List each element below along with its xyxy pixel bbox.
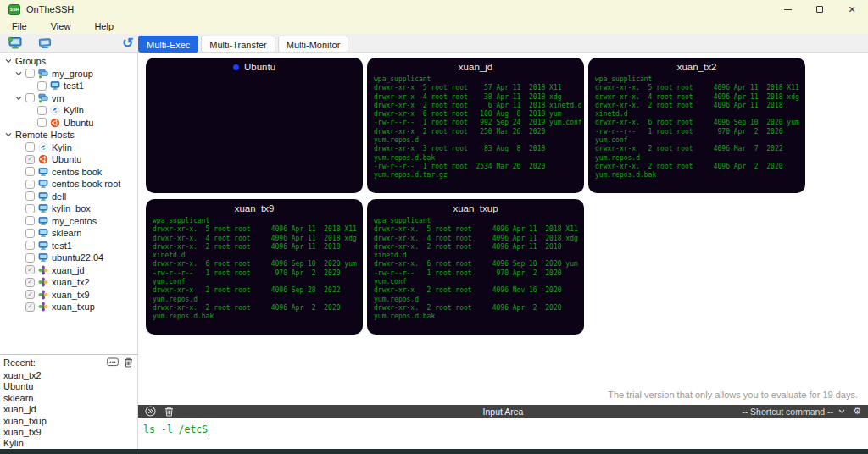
tab-multi-transfer[interactable]: Multi-Transfer	[201, 36, 275, 53]
host-checkbox[interactable]	[37, 81, 47, 91]
tree-item-vm[interactable]: vm	[0, 92, 137, 105]
tree-item-groups[interactable]: Groups	[0, 55, 137, 68]
terminal-line: drwxr-xr-x. 2 root root 4096 Apr 11 2018	[595, 102, 798, 110]
tree-item-xuan-tx2[interactable]: ✓xuan_tx2	[0, 276, 137, 289]
host-checkbox[interactable]	[25, 191, 35, 201]
recent-item-ubuntu[interactable]: Ubuntu	[3, 381, 138, 392]
terminal-line: drwxr-xr-x 2 root root 4096 Nov 16 2020	[374, 286, 577, 295]
host-checkbox[interactable]	[25, 93, 35, 102]
host-checkbox[interactable]	[25, 69, 35, 78]
main-area: Ubuntuxuan_jdwpa_supplicantdrwxr-xr-x 5 …	[138, 53, 868, 405]
close-button[interactable]: ✕	[836, 0, 868, 19]
tree-item-my-centos[interactable]: my_centos	[0, 215, 137, 228]
tree-item-my-group[interactable]: my_group	[0, 68, 137, 80]
recent-item-sklearn[interactable]: sklearn	[3, 393, 138, 404]
terminal-line: drwxr-xr-x. 5 root root 4096 Apr 11 2018…	[374, 225, 577, 234]
host-icon	[38, 203, 48, 213]
host-checkbox[interactable]	[25, 216, 35, 225]
host-checkbox[interactable]	[25, 204, 35, 213]
tree-item-label: Remote Hosts	[15, 130, 75, 140]
send-command-icon[interactable]	[145, 406, 156, 417]
host-checkbox[interactable]	[37, 106, 47, 115]
host-checkbox[interactable]: ✓	[25, 302, 35, 312]
tree-item-label: Ubuntu	[52, 154, 81, 164]
host-checkbox[interactable]: ✓	[25, 278, 35, 287]
recent-title: Recent:	[3, 357, 102, 368]
minimize-button[interactable]	[771, 0, 804, 19]
tab-multi-monitor[interactable]: Multi-Monitor	[278, 36, 349, 53]
tree-item-centos-book[interactable]: centos book	[0, 166, 137, 179]
host-icon	[38, 179, 48, 189]
tree-item-kylin[interactable]: Kylin	[0, 141, 137, 154]
host-checkbox[interactable]: ✓	[25, 265, 35, 274]
terminal-panel-xuan-jd[interactable]: xuan_jdwpa_supplicantdrwxr-xr-x 5 root r…	[367, 58, 584, 193]
close-icon: ✕	[848, 4, 855, 15]
clear-recent-icon[interactable]	[124, 357, 133, 368]
host-checkbox[interactable]: ✓	[25, 155, 35, 164]
recent-item-kylin[interactable]: Kylin	[3, 438, 138, 449]
tree-item-remote-hosts[interactable]: Remote Hosts	[0, 129, 137, 141]
terminal-line: -rw-r--r-- 1 root root 970 Apr 2 2020	[595, 128, 798, 136]
window-bottom-edge	[0, 449, 868, 454]
tree-item-kylin[interactable]: Kylin	[0, 104, 137, 117]
new-connection-icon[interactable]	[8, 36, 23, 50]
host-icon	[50, 80, 60, 91]
host-checkbox[interactable]	[25, 142, 35, 152]
menu-item-help[interactable]: Help	[82, 21, 125, 31]
terminal-panel-ubuntu[interactable]: Ubuntu	[146, 58, 363, 193]
maximize-button[interactable]	[804, 0, 836, 19]
terminal-line: drwxr-xr-x. 5 root root 4096 Apr 11 2018…	[595, 84, 798, 92]
host-checkbox[interactable]	[37, 118, 47, 127]
terminal-line: wpa_supplicant	[374, 217, 577, 225]
command-record-icon[interactable]	[107, 357, 119, 368]
gear-icon[interactable]: ⚙	[853, 405, 861, 418]
terminal-line: drwxr-xr-x. 2 root root 4096 Apr 2 2020	[153, 304, 356, 313]
tree-item-kylin-box[interactable]: kylin_box	[0, 202, 137, 215]
tree-item-ubuntu[interactable]: Ubuntu	[0, 117, 137, 130]
terminal-panel-xuan-txup[interactable]: xuan_txupwpa_supplicantdrwxr-xr-x. 5 roo…	[367, 199, 584, 335]
recent-item-xuan-txup[interactable]: xuan_txup	[3, 416, 138, 427]
terminal-title-text: xuan_txup	[453, 203, 498, 213]
tree-item-xuan-txup[interactable]: ✓xuan_txup	[0, 301, 137, 313]
shortcut-dropdown[interactable]: -- Shortcut command -- ⚙	[742, 405, 861, 418]
tree-item-label: test1	[64, 80, 84, 91]
host-checkbox[interactable]	[25, 241, 35, 250]
menu-item-view[interactable]: View	[39, 21, 83, 31]
chevron-down-icon	[5, 131, 12, 138]
host-icon	[38, 216, 48, 226]
terminal-panel-xuan-tx2[interactable]: xuan_tx2wpa_supplicantdrwxr-xr-x. 5 root…	[588, 58, 805, 193]
tree-item-xuan-jd[interactable]: ✓xuan_jd	[0, 264, 137, 277]
host-checkbox[interactable]	[25, 167, 35, 176]
tree-item-test1[interactable]: test1	[0, 80, 137, 92]
terminal-line: drwxr-xr-x. 4 root root 4096 Apr 11 2018…	[374, 235, 577, 243]
terminal-output: wpa_supplicantdrwxr-xr-x 5 root root 57 …	[367, 74, 584, 180]
tree-item-label: sklearn	[52, 228, 81, 238]
host-checkbox[interactable]: ✓	[25, 290, 35, 299]
terminal-line: drwxr-xr-x. 4 root root 4096 Apr 11 2018…	[153, 235, 356, 243]
menu-item-file[interactable]: File	[0, 21, 39, 31]
recent-item-xuan-tx2[interactable]: xuan_tx2	[3, 370, 138, 381]
host-checkbox[interactable]	[25, 180, 35, 189]
tree-item-ubuntu[interactable]: ✓Ubuntu	[0, 153, 137, 166]
undo-icon[interactable]: ↺	[122, 34, 133, 53]
clear-input-icon[interactable]	[164, 407, 174, 417]
tab-multi-exec[interactable]: Multi-Exec	[138, 36, 198, 53]
tree-item-xuan-tx9[interactable]: ✓xuan_tx9	[0, 289, 137, 302]
new-group-icon[interactable]	[37, 36, 53, 50]
command-input[interactable]: ls -l /etcS	[138, 418, 868, 449]
tree-item-label: Ubuntu	[64, 118, 93, 128]
tree-item-ubuntu22-04[interactable]: ubuntu22.04	[0, 252, 137, 264]
tree-item-dell[interactable]: dell	[0, 191, 137, 203]
tree-item-centos-book-root[interactable]: centos book root	[0, 178, 137, 191]
tree-item-label: Kylin	[64, 105, 84, 115]
menu-bar: FileViewHelp	[0, 19, 868, 34]
recent-item-xuan-jd[interactable]: xuan_jd	[3, 404, 138, 415]
host-checkbox[interactable]	[25, 229, 35, 238]
terminal-line: yum.repos.d	[595, 154, 798, 163]
host-checkbox[interactable]	[25, 253, 35, 263]
tree-item-label: vm	[52, 93, 64, 103]
tree-item-sklearn[interactable]: sklearn	[0, 227, 137, 240]
recent-item-xuan-tx9[interactable]: xuan_tx9	[3, 427, 138, 438]
terminal-panel-xuan-tx9[interactable]: xuan_tx9wpa_supplicantdrwxr-xr-x. 5 root…	[146, 199, 363, 335]
tree-item-test1[interactable]: test1	[0, 240, 137, 252]
